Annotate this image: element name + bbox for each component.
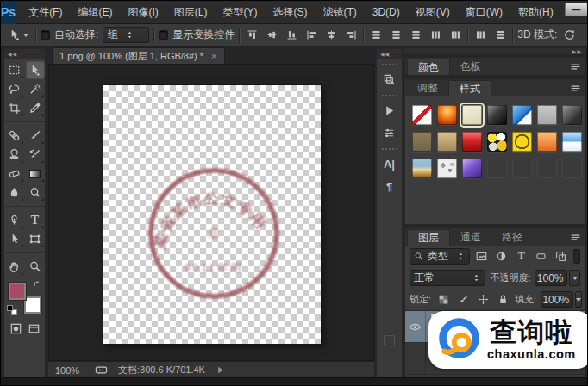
- path-select-tool[interactable]: [5, 230, 24, 248]
- filter-toggle[interactable]: [573, 249, 580, 264]
- style-swatch-9[interactable]: [462, 132, 482, 152]
- properties-panel-icon[interactable]: [379, 123, 400, 142]
- menu-item-4[interactable]: 类型(Y): [215, 1, 265, 23]
- tab-styles[interactable]: 样式: [448, 80, 491, 96]
- tab-swatches[interactable]: 色板: [450, 59, 491, 75]
- auto-select-checkbox[interactable]: [41, 30, 50, 40]
- drag-grip[interactable]: [382, 95, 397, 96]
- brush-tool[interactable]: [26, 127, 45, 145]
- hand-tool[interactable]: [5, 258, 24, 276]
- style-swatch-10[interactable]: [487, 132, 507, 152]
- distribute-vspace-button[interactable]: [492, 28, 508, 43]
- distribute-left-button[interactable]: [428, 28, 443, 43]
- style-swatch-13[interactable]: [562, 132, 582, 152]
- artboard[interactable]: 某省某市公文专用 章 9011年用: [103, 85, 321, 344]
- clone-stamp-tool[interactable]: [5, 146, 24, 164]
- opacity-field[interactable]: 100%: [535, 270, 567, 286]
- move-tool[interactable]: [26, 61, 45, 79]
- distribute-hcenter-button[interactable]: [447, 28, 463, 43]
- opacity-slider-button[interactable]: [569, 270, 580, 286]
- eraser-tool[interactable]: [5, 165, 24, 183]
- align-hcenter-button[interactable]: [323, 28, 339, 43]
- tab-layers[interactable]: 图层: [407, 229, 450, 246]
- layer-visibility-toggle[interactable]: [405, 343, 426, 374]
- fill-slider-button[interactable]: [575, 291, 582, 308]
- filter-adjustment-layers-button[interactable]: [494, 249, 510, 265]
- filter-smart-objects-button[interactable]: [554, 249, 569, 265]
- blend-mode-dropdown[interactable]: 正常: [410, 270, 485, 286]
- style-swatch-1[interactable]: [437, 105, 457, 125]
- align-right-button[interactable]: [343, 28, 359, 43]
- tab-color[interactable]: 颜色: [407, 59, 450, 75]
- quick-mask-button[interactable]: [9, 322, 22, 335]
- minimize-button[interactable]: —: [565, 3, 588, 16]
- default-colors-icon[interactable]: [7, 305, 17, 315]
- menu-item-2[interactable]: 图像(I): [120, 1, 166, 23]
- menu-item-7[interactable]: 3D(D): [365, 1, 408, 23]
- zoom-level-field[interactable]: 100%: [55, 365, 84, 376]
- healing-brush-tool[interactable]: [5, 127, 24, 145]
- align-vcenter-button[interactable]: [264, 28, 279, 43]
- layer-visibility-toggle[interactable]: [405, 311, 426, 342]
- style-swatch-2[interactable]: [462, 105, 482, 125]
- menu-item-5[interactable]: 选择(S): [265, 1, 315, 23]
- distribute-bottom-button[interactable]: [408, 28, 423, 43]
- menu-item-3[interactable]: 图层(L): [166, 1, 216, 23]
- align-top-button[interactable]: [244, 28, 260, 43]
- menu-item-9[interactable]: 窗口(W): [458, 1, 510, 23]
- lock-all-button[interactable]: [495, 292, 510, 308]
- style-swatch-7[interactable]: [412, 132, 432, 152]
- style-swatch-6[interactable]: [562, 105, 582, 125]
- magic-wand-tool[interactable]: [26, 80, 45, 98]
- style-swatch-19[interactable]: [537, 159, 557, 178]
- strip-expand-button[interactable]: ◀◀: [377, 49, 402, 59]
- lasso-tool[interactable]: [5, 80, 24, 98]
- lock-pixels-button[interactable]: [455, 292, 471, 308]
- gradient-tool[interactable]: [26, 165, 45, 183]
- panel-menu-icon[interactable]: [570, 83, 581, 94]
- toolbar-collapse-button[interactable]: ◀◀: [4, 49, 45, 59]
- document-tab[interactable]: 1.png @ 100% (图层 1, RGB/8#) * ×: [52, 47, 225, 64]
- dock-collapse-button[interactable]: ▶▶: [572, 48, 582, 54]
- menu-item-10[interactable]: 帮助(H): [510, 1, 561, 23]
- filter-pixel-layers-button[interactable]: [474, 249, 490, 265]
- background-color-swatch[interactable]: [24, 296, 41, 314]
- style-swatch-17[interactable]: [487, 159, 507, 178]
- foreground-color-swatch[interactable]: [9, 283, 26, 300]
- blur-tool[interactable]: [5, 184, 24, 202]
- style-swatch-11[interactable]: [512, 132, 532, 152]
- filter-type-dropdown[interactable]: 类型: [410, 248, 470, 265]
- panel-menu-icon[interactable]: [570, 232, 581, 243]
- align-left-button[interactable]: [303, 28, 319, 43]
- dodge-tool[interactable]: [26, 184, 45, 202]
- menu-item-1[interactable]: 编辑(E): [70, 1, 120, 23]
- panel-menu-icon[interactable]: [570, 61, 581, 72]
- crop-tool[interactable]: [5, 99, 24, 117]
- style-swatch-12[interactable]: [537, 132, 557, 152]
- style-swatch-5[interactable]: [537, 105, 557, 125]
- show-transform-checkbox[interactable]: [159, 30, 168, 40]
- history-panel-icon[interactable]: [379, 70, 400, 89]
- pen-tool[interactable]: [5, 211, 24, 229]
- eyedropper-tool[interactable]: [26, 99, 45, 117]
- 3d-rotate-button[interactable]: [561, 28, 577, 43]
- actions-panel-icon[interactable]: [379, 101, 400, 120]
- status-menu-arrow-icon[interactable]: [216, 365, 225, 375]
- tab-channels[interactable]: 通道: [450, 229, 491, 246]
- style-swatch-8[interactable]: [437, 132, 457, 152]
- history-brush-tool[interactable]: [26, 146, 45, 164]
- style-swatch-20[interactable]: [562, 159, 582, 178]
- lock-position-button[interactable]: [475, 292, 491, 308]
- tab-adjustments[interactable]: 调整: [407, 80, 448, 96]
- fill-field[interactable]: 100%: [541, 291, 573, 308]
- lock-transparency-button[interactable]: [435, 292, 451, 308]
- menu-item-0[interactable]: 文件(F): [21, 1, 70, 23]
- canvas[interactable]: 某省某市公文专用 章 9011年用: [48, 64, 374, 361]
- style-swatch-14[interactable]: [412, 159, 432, 178]
- marquee-tool[interactable]: [5, 61, 24, 79]
- distribute-top-button[interactable]: [368, 28, 384, 43]
- tab-close-icon[interactable]: ×: [211, 51, 216, 61]
- tab-paths[interactable]: 路径: [491, 229, 533, 246]
- paragraph-panel-icon[interactable]: ¶: [379, 177, 400, 196]
- menu-item-6[interactable]: 滤镜(T): [315, 1, 364, 23]
